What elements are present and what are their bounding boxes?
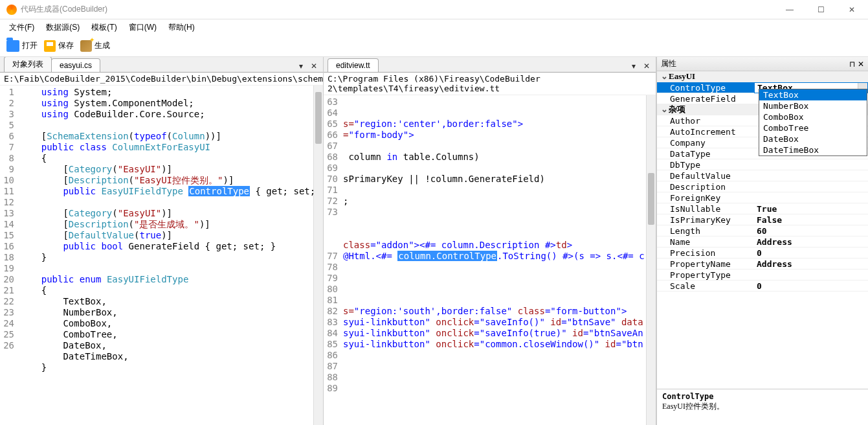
- controltype-dropdown[interactable]: TextBoxNumberBoxComboBoxComboTreeDateBox…: [759, 89, 867, 156]
- prop-row[interactable]: Scale0: [657, 281, 868, 292]
- save-icon: [44, 40, 56, 52]
- folder-icon: [6, 40, 19, 52]
- properties-pane: 属性 ⊓ ✕ ⌄EasyUIControlTypeTextBox⌄Generat…: [656, 57, 868, 425]
- generate-button[interactable]: 生成: [80, 40, 110, 52]
- app-logo-icon: [6, 5, 17, 15]
- properties-title: 属性: [661, 58, 849, 69]
- right-editor-pane: editview.tt ▾ ✕ C:\Program Files (x86)\F…: [324, 57, 656, 425]
- right-code-area[interactable]: 6364656667686970717273 77787980818283848…: [324, 95, 656, 425]
- minimize-button[interactable]: —: [780, 5, 799, 14]
- save-button[interactable]: 保存: [44, 40, 74, 52]
- tab-easyui-cs[interactable]: easyui.cs: [51, 58, 100, 72]
- menu-template[interactable]: 模板(T): [91, 22, 117, 33]
- prop-row[interactable]: Description: [657, 181, 868, 192]
- left-tab-bar: 对象列表 easyui.cs ▾ ✕: [0, 57, 323, 73]
- prop-row[interactable]: ForeignKey: [657, 192, 868, 203]
- dropdown-item[interactable]: ComboBox: [759, 111, 867, 122]
- right-file-path: C:\Program Files (x86)\Fireasy\CodeBuild…: [324, 73, 656, 95]
- close-button[interactable]: ✕: [842, 5, 862, 14]
- titlebar: 代码生成器(CodeBuilder) — ☐ ✕: [0, 0, 868, 19]
- prop-row[interactable]: IsNullableTrue: [657, 203, 868, 214]
- wand-icon: [80, 40, 92, 52]
- pin-icon[interactable]: ⊓: [849, 60, 855, 69]
- menu-window[interactable]: 窗口(W): [129, 22, 157, 33]
- open-button[interactable]: 打开: [6, 40, 38, 52]
- left-editor-pane: 对象列表 easyui.cs ▾ ✕ E:\Faib\CodeBuilder_2…: [0, 57, 324, 425]
- scrollbar-thumb[interactable]: [315, 92, 322, 144]
- dropdown-item[interactable]: DateBox: [759, 133, 867, 144]
- window-controls: — ☐ ✕: [780, 5, 862, 14]
- menu-datasource[interactable]: 数据源(S): [46, 22, 80, 33]
- prop-row[interactable]: NameAddress: [657, 236, 868, 247]
- properties-header: 属性 ⊓ ✕: [657, 57, 868, 71]
- left-code-area[interactable]: 1235678910111213141516181920212223242526…: [0, 86, 323, 425]
- tab-dropdown-icon[interactable]: ▾: [296, 62, 306, 71]
- menu-file[interactable]: 文件(F): [9, 22, 34, 33]
- right-code[interactable]: s="region:'center',border:false"> ="form…: [340, 95, 646, 425]
- tab-objects-list[interactable]: 对象列表: [4, 57, 52, 72]
- tab-close-icon[interactable]: ✕: [641, 62, 652, 71]
- scrollbar-thumb[interactable]: [648, 173, 654, 225]
- prop-row[interactable]: DefaultValue: [657, 170, 868, 181]
- right-tab-bar: editview.tt ▾ ✕: [324, 57, 656, 73]
- maximize-button[interactable]: ☐: [811, 5, 830, 14]
- prop-row[interactable]: DbType: [657, 159, 868, 170]
- prop-row[interactable]: IsPrimaryKeyFalse: [657, 214, 868, 225]
- close-icon[interactable]: ✕: [858, 60, 864, 69]
- tab-editview-tt[interactable]: editview.tt: [328, 58, 379, 72]
- tab-dropdown-icon[interactable]: ▾: [629, 62, 639, 71]
- dropdown-item[interactable]: ComboTree: [759, 122, 867, 133]
- prop-row[interactable]: Precision0: [657, 247, 868, 258]
- desc-title: ControlType: [662, 392, 863, 401]
- tab-close-icon[interactable]: ✕: [309, 62, 319, 71]
- left-code[interactable]: using System; using System.ComponentMode…: [17, 86, 313, 425]
- dropdown-item[interactable]: TextBox: [759, 89, 867, 100]
- prop-category[interactable]: ⌄EasyUI: [657, 71, 868, 82]
- main-area: 对象列表 easyui.cs ▾ ✕ E:\Faib\CodeBuilder_2…: [0, 57, 868, 425]
- dropdown-item[interactable]: NumberBox: [759, 100, 867, 111]
- menubar: 文件(F) 数据源(S) 模板(T) 窗口(W) 帮助(H): [0, 19, 868, 35]
- right-gutter: 6364656667686970717273 77787980818283848…: [324, 95, 340, 425]
- desc-text: EasyUI控件类别。: [662, 401, 863, 412]
- window-title: 代码生成器(CodeBuilder): [21, 4, 780, 15]
- left-file-path: E:\Faib\CodeBuilder_2015\CodeBuilder\bin…: [0, 73, 323, 86]
- prop-row[interactable]: PropertyNameAddress: [657, 258, 868, 270]
- right-scrollbar[interactable]: [646, 95, 656, 425]
- left-scrollbar[interactable]: [313, 86, 323, 425]
- prop-row[interactable]: PropertyType: [657, 270, 868, 281]
- property-grid[interactable]: ⌄EasyUIControlTypeTextBox⌄GenerateField⌄…: [657, 71, 868, 389]
- menu-help[interactable]: 帮助(H): [168, 22, 195, 33]
- property-description: ControlType EasyUI控件类别。: [657, 389, 868, 425]
- toolbar: 打开 保存 生成: [0, 35, 868, 57]
- dropdown-item[interactable]: DateTimeBox: [759, 144, 867, 155]
- prop-row[interactable]: Length60: [657, 225, 868, 236]
- left-gutter: 1235678910111213141516181920212223242526: [0, 86, 17, 425]
